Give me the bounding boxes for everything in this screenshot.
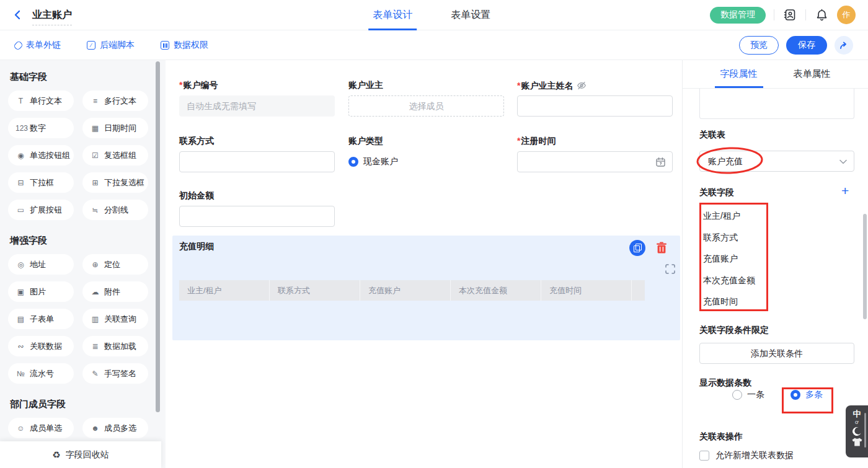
field-type-icon: ⊟ bbox=[16, 179, 26, 187]
field-type-icon: ◉ bbox=[16, 151, 26, 160]
save-button[interactable]: 保存 bbox=[786, 36, 827, 55]
field-account-owner[interactable]: 账户业主 选择成员 bbox=[348, 81, 504, 117]
sidebar-field-pill[interactable]: ∾ 关联数据 bbox=[8, 336, 74, 356]
relation-fields-label: 关联字段 bbox=[699, 187, 734, 198]
sidebar-field-pill[interactable]: № 流水号 bbox=[8, 363, 74, 384]
external-link-action[interactable]: 表单外链 bbox=[15, 40, 61, 51]
sidebar-field-pill[interactable]: ≒ 分割线 bbox=[82, 200, 148, 220]
data-permission-icon bbox=[161, 41, 169, 50]
sidebar-field-pill[interactable]: ☻ 成员多选 bbox=[82, 418, 148, 438]
relation-field-item[interactable]: 充值时间 bbox=[701, 291, 766, 312]
owner-name-input[interactable] bbox=[517, 95, 673, 117]
sidebar-field-pill[interactable]: ≡ 多行文本 bbox=[82, 91, 148, 111]
notification-bell-icon[interactable] bbox=[814, 7, 829, 22]
relation-table-label: 关联表 bbox=[699, 130, 725, 141]
account-number-input[interactable]: 自动生成无需填写 bbox=[179, 95, 335, 117]
avatar[interactable]: 作 bbox=[837, 6, 856, 24]
dark-mode-moon-icon[interactable] bbox=[852, 426, 862, 436]
register-time-input[interactable] bbox=[517, 151, 673, 172]
form-title[interactable]: 业主账户 bbox=[32, 9, 72, 22]
page-scrollbar[interactable] bbox=[863, 214, 867, 319]
field-type-icon: ▥ bbox=[90, 315, 100, 324]
subtable-title: 充值明细 bbox=[179, 241, 214, 252]
tshirt-icon[interactable] bbox=[852, 438, 862, 446]
subtable-column-header: 业主/租户 bbox=[179, 280, 270, 301]
sidebar-field-pill[interactable]: 123 数字 bbox=[8, 118, 74, 138]
delete-field-button[interactable] bbox=[655, 241, 668, 255]
sidebar-field-pill[interactable]: ≣ 数据加载 bbox=[82, 336, 148, 356]
sidebar-field-pill[interactable]: ◉ 单选按钮组 bbox=[8, 145, 74, 166]
sidebar-section-title: 基础字段 bbox=[10, 71, 157, 83]
subtable-column-header: 联系方式 bbox=[270, 280, 360, 301]
script-icon: ∕ bbox=[87, 41, 95, 50]
tab-field-properties[interactable]: 字段属性 bbox=[720, 60, 758, 88]
data-manage-button[interactable]: 数据管理 bbox=[710, 7, 766, 24]
preview-button[interactable]: 预览 bbox=[739, 36, 779, 55]
field-title-input[interactable] bbox=[699, 89, 854, 119]
sidebar-field-pill[interactable]: ✎ 手写签名 bbox=[82, 363, 148, 384]
field-register-time[interactable]: *注册时间 bbox=[517, 136, 673, 172]
sidebar-field-pill[interactable]: ▦ 日期时间 bbox=[82, 118, 148, 138]
sidebar-scrollbar[interactable] bbox=[156, 61, 160, 412]
relation-field-item[interactable]: 充值账户 bbox=[701, 248, 766, 270]
annotation-rect-multi bbox=[782, 387, 833, 413]
sidebar-field-pill[interactable]: ◎ 地址 bbox=[8, 254, 74, 275]
field-type-icon: ≣ bbox=[90, 342, 100, 351]
sidebar-field-pill[interactable]: ▭ 扩展按钮 bbox=[8, 200, 74, 220]
subtable-column-header: 本次充值金额 bbox=[451, 280, 541, 301]
member-picker-input[interactable]: 选择成员 bbox=[348, 95, 504, 117]
contacts-book-icon[interactable] bbox=[782, 7, 797, 22]
field-account-type[interactable]: 账户类型 现金账户 bbox=[348, 136, 504, 172]
sidebar-field-pill[interactable]: T 单行文本 bbox=[8, 91, 74, 111]
sidebar-field-pill[interactable]: ▥ 关联查询 bbox=[82, 309, 148, 329]
sidebar-field-pill[interactable]: ⊕ 定位 bbox=[82, 254, 148, 275]
field-owner-name[interactable]: *账户业主姓名 bbox=[517, 81, 673, 117]
tab-form-settings[interactable]: 表单设置 bbox=[451, 0, 490, 30]
relation-field-item[interactable]: 联系方式 bbox=[701, 227, 766, 249]
field-type-icon: ☻ bbox=[90, 424, 100, 433]
sidebar-field-pill[interactable]: ☁ 附件 bbox=[82, 281, 148, 302]
field-recycle-bin[interactable]: ♻ 字段回收站 bbox=[0, 441, 161, 468]
field-type-icon: ⊕ bbox=[90, 260, 100, 269]
initial-amount-input[interactable] bbox=[179, 206, 335, 227]
radio-cash-account[interactable] bbox=[348, 157, 358, 167]
field-type-icon: ≡ bbox=[90, 97, 100, 105]
field-type-icon: ☑ bbox=[90, 151, 100, 160]
share-button[interactable] bbox=[835, 36, 853, 55]
add-relation-field-button[interactable]: + bbox=[841, 184, 849, 197]
field-account-number[interactable]: *账户编号 自动生成无需填写 bbox=[179, 81, 335, 117]
translate-icon[interactable]: 中 bbox=[853, 410, 861, 418]
display-count-radio[interactable]: 一条 bbox=[732, 389, 764, 400]
backend-script-action[interactable]: ∕ 后端脚本 bbox=[87, 40, 135, 51]
data-permission-action[interactable]: 数据权限 bbox=[161, 40, 208, 51]
sidebar-section-title: 增强字段 bbox=[10, 235, 157, 247]
tab-form-design[interactable]: 表单设计 bbox=[373, 0, 412, 30]
relation-field-item[interactable]: 业主/租户 bbox=[701, 205, 766, 227]
sidebar-field-pill[interactable]: ☺ 成员单选 bbox=[8, 418, 74, 438]
sidebar-field-pill[interactable]: ⊞ 下拉复选框 bbox=[82, 172, 148, 193]
field-type-icon: ✎ bbox=[90, 369, 100, 378]
relation-field-item[interactable]: 本次充值金额 bbox=[701, 270, 766, 291]
browser-extension-widget[interactable]: 中 ơ bbox=[846, 405, 868, 457]
add-condition-button[interactable]: 添加关联条件 bbox=[699, 343, 854, 364]
field-initial-amount[interactable]: 初始金额 bbox=[179, 191, 335, 227]
sidebar-section: 基础字段 T 单行文本 ≡ 多行文本 123 数字 ▦ 日期时间 ◉ 单选按钮组… bbox=[8, 71, 157, 220]
back-button[interactable] bbox=[12, 9, 25, 21]
sidebar-field-pill[interactable]: ▣ 图片 bbox=[8, 281, 74, 302]
sidebar-section-title: 部门成员字段 bbox=[10, 399, 157, 410]
required-asterisk: * bbox=[179, 80, 182, 90]
subtable-recharge-detail[interactable]: 充值明细 业主/租户联系方式充值账户本次充值金额充值时间 bbox=[172, 236, 680, 340]
field-type-icon: ▦ bbox=[90, 124, 100, 133]
contact-input[interactable] bbox=[179, 151, 335, 172]
field-type-icon: ▤ bbox=[16, 315, 26, 324]
tab-form-properties[interactable]: 表单属性 bbox=[794, 60, 831, 88]
sidebar-field-pill[interactable]: ☑ 复选框组 bbox=[82, 145, 148, 166]
divider bbox=[805, 9, 806, 20]
sidebar-field-pill[interactable]: ▤ 子表单 bbox=[8, 309, 74, 329]
copy-field-button[interactable] bbox=[629, 240, 645, 256]
expand-icon[interactable] bbox=[665, 264, 675, 274]
field-contact[interactable]: 联系方式 bbox=[179, 136, 335, 172]
sidebar-field-pill[interactable]: ⊟ 下拉框 bbox=[8, 172, 74, 193]
allow-add-label: 允许新增关联表数据 bbox=[715, 450, 794, 461]
allow-add-checkbox[interactable] bbox=[699, 451, 709, 461]
